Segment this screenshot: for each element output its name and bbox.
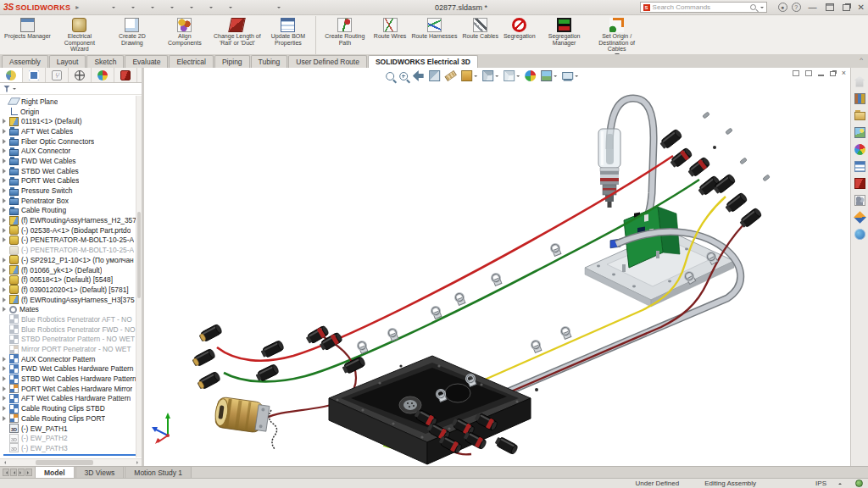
doc-restore-icon[interactable] [830, 71, 836, 76]
units-caret-icon[interactable] [838, 481, 842, 485]
command-tab[interactable]: Tubing [251, 55, 288, 68]
display-style-icon[interactable] [503, 69, 520, 82]
zoom-to-fit-icon[interactable] [385, 71, 395, 81]
command-tab[interactable]: Sketch [86, 55, 124, 68]
window-layout-button[interactable] [826, 3, 834, 11]
tree-item[interactable]: (f) 01066_yk<1> (Default) [2, 265, 142, 275]
expand-arrow-icon[interactable] [2, 237, 9, 242]
design-library-icon[interactable] [853, 92, 867, 105]
redo-icon[interactable] [196, 2, 214, 14]
featuremanager-tab[interactable] [0, 68, 23, 82]
close-button[interactable]: ✕ [858, 3, 865, 12]
displaymanager-tab[interactable] [92, 68, 114, 82]
expand-arrow-icon[interactable] [2, 406, 9, 411]
tree-item[interactable]: AUX Connector [2, 146, 142, 156]
tree-item[interactable]: Mates [2, 304, 142, 314]
tree-item[interactable]: Fiber Optic Connectors [2, 136, 142, 147]
expand-arrow-icon[interactable] [2, 139, 9, 144]
status-globe-icon[interactable] [855, 480, 863, 487]
last-sheet-icon[interactable] [25, 469, 32, 476]
expand-arrow-icon[interactable] [2, 396, 9, 401]
tree-item[interactable]: (-) EW_PATH1 [2, 424, 142, 434]
apply-scene-icon[interactable] [540, 69, 558, 82]
document-tab[interactable]: Motion Study 1 [125, 467, 192, 478]
expand-arrow-icon[interactable] [2, 148, 9, 153]
appearances-scenes-icon[interactable] [853, 142, 867, 156]
tree-item[interactable]: Cable Routing Clips STBD [2, 403, 142, 413]
next-sheet-icon[interactable] [18, 469, 25, 476]
expand-arrow-icon[interactable] [2, 366, 9, 371]
tree-item[interactable]: AUX Connector Pattern [2, 354, 142, 364]
view-settings-icon[interactable] [561, 71, 579, 80]
ribbon-button[interactable]: Update BOM Properties [264, 16, 316, 54]
ribbon-button[interactable]: Projects Manager [2, 16, 53, 54]
tree-item[interactable]: (-) SP2912_P1-10<1> (По умолчан [2, 255, 142, 265]
ribbon-button[interactable]: Route Wires [371, 16, 409, 54]
tree-item[interactable]: AFT Wet Cables [2, 126, 142, 136]
expand-arrow-icon[interactable] [2, 307, 9, 312]
chevron-down-icon[interactable] [13, 88, 16, 92]
dimxpertmanager-tab[interactable] [69, 68, 92, 82]
ribbon-button[interactable]: Set Origin / Destination of Cables [591, 16, 643, 54]
tree-item[interactable]: Mirror PORT Penetrator - NO WET [2, 344, 142, 354]
expand-arrow-icon[interactable] [2, 228, 9, 233]
solidworks-resources-icon[interactable] [853, 75, 867, 88]
expand-arrow-icon[interactable] [2, 129, 9, 134]
ribbon-button[interactable]: Route Cables [459, 16, 500, 54]
tree-item[interactable]: STBD Wet Cables Hardware Pattern [2, 374, 142, 384]
solidworks-forum-icon[interactable] [853, 193, 867, 207]
expand-arrow-icon[interactable] [2, 188, 9, 193]
search-caret-icon[interactable] [760, 7, 764, 10]
previous-view-icon[interactable] [412, 69, 425, 82]
expand-arrow-icon[interactable] [2, 158, 9, 164]
scrollbar-thumb[interactable] [137, 212, 141, 298]
expand-arrow-icon[interactable] [2, 198, 9, 203]
ribbon-button[interactable]: Align Components [159, 16, 211, 54]
restore-button[interactable] [843, 4, 850, 11]
ribbon-button[interactable]: Route Harnesses [409, 16, 459, 54]
visualization-icon[interactable] [460, 69, 478, 82]
scroll-right-arrow[interactable] [134, 459, 142, 466]
tree-item[interactable]: (-) EW_PATH2 [2, 433, 142, 443]
ribbon-button[interactable]: Electrical Component Wizard [53, 16, 106, 54]
command-tab[interactable]: Evaluate [125, 55, 168, 68]
doc-close-icon[interactable]: × [842, 69, 846, 77]
tree-item[interactable]: Origin [2, 107, 142, 117]
measure-icon[interactable] [444, 69, 457, 82]
command-tab[interactable]: Layout [49, 55, 86, 68]
tree-item[interactable]: (f) EWRoutingAssyHarness_H3[375 [2, 295, 142, 305]
tree-item[interactable]: 01191<1> (Default) [2, 116, 142, 126]
electrical-manager-icon[interactable] [853, 176, 867, 190]
brass-connector[interactable] [214, 396, 270, 434]
tree-item[interactable]: PORT Wet Cables Hardware Mirror [2, 384, 142, 394]
tree-item[interactable]: Blue Robotics Penetrator AFT - NO [2, 314, 142, 324]
expand-arrow-icon[interactable] [2, 297, 9, 302]
rebuild-icon[interactable] [235, 2, 248, 14]
expand-arrow-icon[interactable] [2, 169, 9, 174]
doc-minimize-icon[interactable] [818, 75, 824, 76]
doc-window-icon[interactable] [793, 70, 799, 76]
section-view-icon[interactable] [428, 69, 441, 82]
tree-item[interactable]: STBD Wet Cables [2, 166, 142, 176]
tree-vertical-scrollbar[interactable] [136, 96, 142, 458]
electrical-manager-tab[interactable] [114, 68, 137, 82]
select-icon[interactable] [215, 2, 234, 14]
tree-item[interactable]: (f) 00518<1> (Default) [5548] [2, 274, 142, 285]
tree-item[interactable]: (-) PENETRATOR-M-BOLT-10-25-A [2, 245, 142, 255]
scrollbar-thumb[interactable] [36, 460, 94, 465]
ribbon-button[interactable]: Change Length of 'Rail' or 'Duct' [211, 16, 264, 54]
ribbon-button[interactable]: Create 2D Drawing [106, 16, 159, 54]
open-icon[interactable] [118, 2, 136, 14]
tree-item[interactable]: Cable Routing Clips PORT [2, 413, 142, 424]
scroll-left-arrow[interactable] [0, 459, 8, 466]
command-tab[interactable]: Piping [214, 55, 250, 68]
3dexperience-icon[interactable] [853, 227, 867, 241]
expand-arrow-icon[interactable] [2, 386, 9, 391]
tree-item[interactable]: (-) PENETRATOR-M-BOLT-10-25-A [2, 236, 142, 246]
propertymanager-tab[interactable] [23, 68, 46, 82]
new-document-icon[interactable] [98, 2, 117, 14]
print-icon[interactable] [157, 2, 175, 14]
tree-item[interactable]: STBD Penetrator Pattern - NO WET [2, 335, 142, 345]
pcb-plate[interactable] [585, 207, 734, 307]
search-icon[interactable] [750, 4, 756, 10]
